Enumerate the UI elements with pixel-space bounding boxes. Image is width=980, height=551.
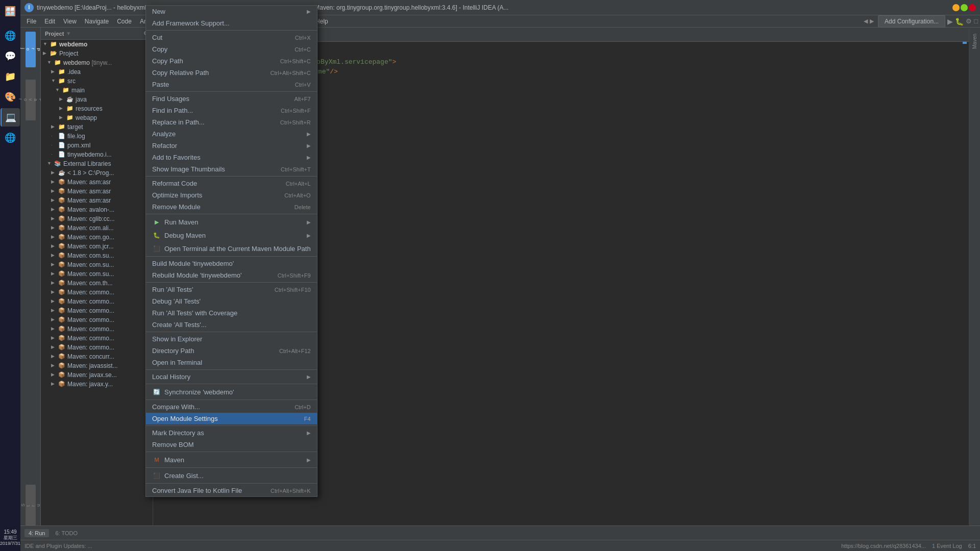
ctx-open-in-terminal[interactable]: Open in Terminal (146, 357, 317, 368)
tree-node-tinywebdemo[interactable]: · 📄 tinywebdemo.i... (41, 150, 153, 159)
tree-node-maven-commo6[interactable]: ▶ 📦 Maven: commo... (41, 334, 153, 343)
ctx-create-gist[interactable]: ⬛ Create Gist... (146, 469, 317, 482)
taskbar-icon-ie[interactable]: 🌐 (1, 27, 19, 45)
ctx-compare-with[interactable]: Compare With... Ctrl+D (146, 401, 317, 413)
tree-node-maven-javassist[interactable]: ▶ 📦 Maven: javassist... (41, 361, 153, 370)
menu-view[interactable]: View (59, 17, 81, 26)
tree-node-maven-concurr[interactable]: ▶ 📦 Maven: concurr... (41, 352, 153, 361)
ctx-debug-maven[interactable]: 🐛 Debug Maven ▶ (146, 229, 317, 242)
ctx-analyze[interactable]: Analyze ▶ (146, 128, 317, 140)
ctx-run-all-tests-coverage[interactable]: Run 'All Tests' with Coverage (146, 307, 317, 319)
tree-node-resources[interactable]: ▶ 📁 resources (41, 104, 153, 113)
tree-node-target[interactable]: ▶ 📁 target (41, 122, 153, 132)
project-tool-icon[interactable]: Proj (26, 32, 36, 67)
menu-file[interactable]: File (22, 17, 40, 26)
taskbar-icon-paint[interactable]: 🎨 (1, 88, 19, 106)
tree-node-maven-su1[interactable]: ▶ 📦 Maven: com.su... (41, 251, 153, 260)
ctx-create-all-tests[interactable]: Create 'All Tests'... (146, 319, 317, 331)
taskbar-icon-chrome[interactable]: 🌐 (1, 129, 19, 147)
tree-node-maven-avalon[interactable]: ▶ 📦 Maven: avalon-... (41, 205, 153, 214)
ctx-new[interactable]: New ▶ (146, 6, 317, 17)
tree-node-project[interactable]: ▶ 📂 Project (41, 49, 153, 58)
ctx-reformat-code[interactable]: Reformat Code Ctrl+Alt+L (146, 178, 317, 189)
tree-node-src[interactable]: ▼ 📁 src (41, 77, 153, 86)
tree-node-maven-commo2[interactable]: ▶ 📦 Maven: commo... (41, 297, 153, 306)
ctx-show-in-explorer[interactable]: Show in Explorer (146, 333, 317, 345)
tree-node-maven-commo1[interactable]: ▶ 📦 Maven: commo... (41, 288, 153, 297)
ctx-debug-all-tests[interactable]: Debug 'All Tests' (146, 295, 317, 307)
tree-node-filelog[interactable]: · 📄 file.log (41, 132, 153, 141)
ctx-copy[interactable]: Copy Ctrl+C (146, 43, 317, 55)
ctx-add-to-favorites[interactable]: Add to Favorites ▶ (146, 152, 317, 163)
ctx-convert-java-kotlin[interactable]: Convert Java File to Kotlin File Ctrl+Al… (146, 485, 317, 496)
menu-navigate[interactable]: Navigate (81, 17, 113, 26)
tree-node-maven-asm3[interactable]: ▶ 📦 Maven: asm:asr (41, 196, 153, 205)
tree-node-main[interactable]: ▼ 📁 main (41, 86, 153, 95)
tree-node-jdk[interactable]: ▶ ☕ < 1.8 > C:\Prog... (41, 168, 153, 178)
settings-button[interactable]: ⚙ (966, 17, 972, 25)
menu-code[interactable]: Code (113, 17, 136, 26)
ctx-copy-relative-path[interactable]: Copy Relative Path Ctrl+Alt+Shift+C (146, 67, 317, 79)
ctx-copy-path[interactable]: Copy Path Ctrl+Shift+C (146, 55, 317, 67)
tree-node-maven-th[interactable]: ▶ 📦 Maven: com.th... (41, 279, 153, 288)
status-event-log[interactable]: 1 Event Log (932, 543, 962, 549)
tree-node-maven-jcr[interactable]: ▶ 📦 Maven: com.jcr... (41, 242, 153, 251)
tree-node-webdemo[interactable]: ▼ 📁 webdemo (41, 40, 153, 49)
debug-button[interactable]: 🐛 (955, 17, 964, 26)
ctx-cut[interactable]: Cut Ctrl+X (146, 32, 317, 43)
ctx-add-framework[interactable]: Add Framework Support... (146, 17, 317, 29)
tree-node-maven-go[interactable]: ▶ 📦 Maven: com.go... (41, 233, 153, 242)
tree-node-maven-asm1[interactable]: ▶ 📦 Maven: asm:asr (41, 178, 153, 187)
ctx-refactor[interactable]: Refactor ▶ (146, 140, 317, 152)
tree-node-maven-su3[interactable]: ▶ 📦 Maven: com.su... (41, 269, 153, 279)
run-button[interactable]: ▶ (947, 17, 953, 26)
ctx-optimize-imports[interactable]: Optimize Imports Ctrl+Alt+O (146, 189, 317, 201)
tree-node-maven-commo3[interactable]: ▶ 📦 Maven: commo... (41, 306, 153, 315)
tree-node-maven-asm2[interactable]: ▶ 📦 Maven: asm:asr (41, 187, 153, 196)
tree-node-maven-ali[interactable]: ▶ 📦 Maven: com.ali... (41, 223, 153, 233)
tree-node-maven-javax-y[interactable]: ▶ 📦 Maven: javax.y... (41, 380, 153, 389)
ctx-find-usages[interactable]: Find Usages Alt+F7 (146, 93, 317, 105)
close-button[interactable] (969, 4, 976, 11)
taskbar-icon-chat[interactable]: 💬 (1, 47, 19, 65)
ctx-directory-path[interactable]: Directory Path Ctrl+Alt+F12 (146, 345, 317, 357)
bottom-tab-run[interactable]: 4: Run (24, 529, 49, 537)
ctx-build-module[interactable]: Build Module 'tinywebdemo' (146, 258, 317, 269)
ctx-open-module-settings[interactable]: Open Module Settings F4 (146, 413, 317, 424)
maximize-button[interactable] (961, 4, 968, 11)
ctx-replace-in-path[interactable]: Replace in Path... Ctrl+Shift+R (146, 116, 317, 128)
bottom-tab-todo[interactable]: 6: TODO (51, 529, 82, 537)
ctx-rebuild-module[interactable]: Rebuild Module 'tinywebdemo' Ctrl+Shift+… (146, 269, 317, 281)
ctx-remove-bom[interactable]: Remove BOM (146, 439, 317, 450)
tree-node-maven-commo4[interactable]: ▶ 📦 Maven: commo... (41, 315, 153, 324)
tree-node-idea[interactable]: ▶ 📁 .idea (41, 67, 153, 77)
tree-node-webapp[interactable]: ▶ 📁 webapp (41, 113, 153, 122)
ctx-run-all-tests[interactable]: Run 'All Tests' Ctrl+Shift+F10 (146, 284, 317, 295)
toolbar-nav-back[interactable]: ◀ (864, 18, 868, 24)
tree-node-pomxml[interactable]: · 📄 pom.xml (41, 141, 153, 150)
taskbar-icon-intellij[interactable]: 💻 (1, 108, 20, 127)
tree-node-maven-commo7[interactable]: ▶ 📦 Maven: commo... (41, 343, 153, 352)
tree-node-java[interactable]: ▶ ☕ java (41, 95, 153, 104)
structure-icon[interactable]: Stru (26, 485, 36, 525)
ctx-remove-module[interactable]: Remove Module Delete (146, 201, 317, 213)
tree-node-maven-commo5[interactable]: ▶ 📦 Maven: commo... (41, 324, 153, 334)
toolbar-nav-fwd[interactable]: ▶ (870, 18, 874, 24)
ctx-local-history[interactable]: Local History ▶ (146, 371, 317, 383)
favorites-icon[interactable]: Favor (26, 80, 36, 120)
tree-node-maven-cglib[interactable]: ▶ 📦 Maven: cglib:cc... (41, 214, 153, 223)
ctx-synchronize[interactable]: 🔄 Synchronize 'webdemo' (146, 385, 317, 398)
tree-node-ext-libs[interactable]: ▼ 📚 External Libraries (41, 159, 153, 168)
ctx-show-image-thumbnails[interactable]: Show Image Thumbnails Ctrl+Shift+T (146, 163, 317, 175)
ctx-open-terminal-maven[interactable]: ⬛ Open Terminal at the Current Maven Mod… (146, 242, 317, 255)
right-panel-maven[interactable]: Maven (971, 32, 978, 51)
ctx-find-in-path[interactable]: Find in Path... Ctrl+Shift+F (146, 105, 317, 116)
tree-node-maven-su2[interactable]: ▶ 📦 Maven: com.su... (41, 260, 153, 269)
add-configuration-button[interactable]: Add Configuration... (878, 15, 945, 28)
maximize-editor-button[interactable]: □ (974, 17, 978, 25)
minimize-button[interactable] (952, 4, 960, 11)
start-button[interactable]: 🪟 (1, 2, 19, 20)
menu-edit[interactable]: Edit (40, 17, 59, 26)
ctx-paste[interactable]: Paste Ctrl+V (146, 79, 317, 90)
tree-node-maven-javax-se[interactable]: ▶ 📦 Maven: javax.se... (41, 370, 153, 380)
